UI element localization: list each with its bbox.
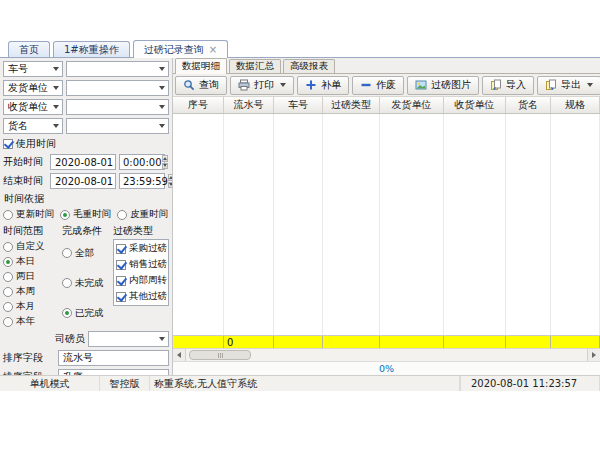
checkbox-internal-transfer[interactable]: 内部周转: [116, 274, 167, 287]
checkbox-purchase-weigh[interactable]: 采购过磅: [116, 242, 167, 255]
checkbox-icon: [116, 260, 126, 270]
sort-field-input[interactable]: 流水号: [58, 350, 169, 366]
radio-icon: [62, 248, 72, 258]
export-icon: [545, 79, 557, 91]
start-time-label: 开始时间: [3, 155, 47, 169]
filter-field-select-receiver[interactable]: 收货单位: [3, 99, 63, 115]
column-header-spec[interactable]: 规格: [551, 97, 600, 113]
grid-body-empty: [173, 114, 600, 335]
weigh-type-list: 采购过磅 销售过磅 内部周转 其他过磅: [113, 239, 169, 306]
close-tab-icon[interactable]: ×: [209, 44, 217, 55]
scrollbar-thumb[interactable]: [189, 350, 251, 360]
time-basis-label: 时间依据: [4, 192, 169, 206]
chevron-down-icon: [53, 86, 59, 90]
radio-tare-time[interactable]: 皮重时间: [117, 208, 168, 221]
filter-value-select-goods[interactable]: [66, 118, 169, 134]
filter-row-shipper: 发货单位: [3, 80, 169, 96]
column-header-shipper[interactable]: 发货单位: [380, 97, 444, 113]
tab-advanced-report[interactable]: 高级报表: [283, 59, 335, 73]
radio-completed[interactable]: 已完成: [62, 307, 110, 320]
tab-data-summary[interactable]: 数据汇总: [229, 59, 281, 73]
end-time-value: 23:59:59: [123, 176, 168, 187]
filter-field-select-goods[interactable]: 货名: [3, 118, 63, 134]
radio-icon: [3, 287, 13, 297]
start-date-picker[interactable]: 2020-08-01: [50, 154, 116, 170]
column-header-serial[interactable]: 流水号: [224, 97, 274, 113]
tab-weigh-operation[interactable]: 1#称重操作: [53, 41, 130, 57]
summary-row: 0: [173, 335, 600, 348]
spin-down-icon: [163, 164, 167, 167]
radio-update-time[interactable]: 更新时间: [3, 208, 54, 221]
radio-this-year[interactable]: 本年: [3, 315, 59, 328]
filter-field-label: 收货单位: [8, 100, 48, 114]
chevron-down-icon: [159, 105, 165, 109]
radio-gross-time[interactable]: 毛重时间: [60, 208, 111, 221]
filter-value-select-receiver[interactable]: [66, 99, 169, 115]
radio-today[interactable]: 本日: [3, 255, 59, 268]
column-header-goods[interactable]: 货名: [506, 97, 551, 113]
radio-icon: [3, 302, 13, 312]
horizontal-scrollbar[interactable]: [173, 348, 600, 361]
progress-percent: 0%: [379, 363, 394, 374]
tab-home[interactable]: 首页: [8, 41, 50, 57]
use-time-checkbox[interactable]: [3, 139, 13, 149]
supplement-order-button[interactable]: 补单: [297, 76, 349, 95]
filter-field-select-shipper[interactable]: 发货单位: [3, 80, 63, 96]
filter-field-select-vehicle[interactable]: 车号: [3, 61, 63, 77]
radio-icon: [3, 317, 13, 327]
print-button[interactable]: 打印: [230, 76, 294, 95]
chevron-down-icon: [159, 124, 165, 128]
arrow-left-icon: [177, 352, 181, 358]
radio-icon: [62, 308, 72, 318]
main-tab-bar: 首页 1#称重操作 过磅记录查询 ×: [0, 40, 600, 58]
weigher-select[interactable]: [88, 331, 169, 347]
checkbox-other-weigh[interactable]: 其他过磅: [116, 290, 167, 303]
column-header-receiver[interactable]: 收货单位: [444, 97, 506, 113]
filter-value-select-shipper[interactable]: [66, 80, 169, 96]
spinner-buttons[interactable]: [162, 155, 168, 169]
scroll-left-button[interactable]: [173, 349, 186, 361]
filter-row-goods: 货名: [3, 118, 169, 134]
column-header-weigh-type[interactable]: 过磅类型: [323, 97, 380, 113]
scroll-right-button[interactable]: [587, 349, 600, 361]
radio-this-month[interactable]: 本月: [3, 300, 59, 313]
checkbox-icon: [116, 276, 126, 286]
complete-status-label: 完成条件: [62, 224, 110, 238]
radio-all[interactable]: 全部: [62, 247, 110, 260]
filter-field-label: 货名: [8, 119, 28, 133]
chevron-down-icon: [159, 337, 165, 341]
end-time-spinner[interactable]: 23:59:59: [119, 173, 165, 189]
chevron-down-icon: [53, 67, 59, 71]
tab-data-detail[interactable]: 数据明细: [175, 58, 227, 74]
checkbox-sale-weigh[interactable]: 销售过磅: [116, 258, 167, 271]
data-panel: 数据明细 数据汇总 高级报表 查询 打印: [173, 58, 600, 375]
chevron-down-icon: [587, 83, 593, 87]
export-button[interactable]: 导出: [537, 76, 600, 95]
status-edition: 智控版: [100, 376, 150, 391]
void-button[interactable]: 作废: [352, 76, 404, 95]
start-time-spinner[interactable]: 0:00:00: [119, 154, 165, 170]
status-bar: 单机模式 智控版 称重系统,无人值守系统 2020-08-01 11:23:57: [0, 375, 600, 391]
query-button[interactable]: 查询: [175, 76, 227, 95]
summary-count: 0: [224, 336, 274, 348]
radio-custom-range[interactable]: 自定义: [3, 240, 59, 253]
calendar-icon: [115, 158, 116, 167]
filter-row-vehicle: 车号: [3, 61, 169, 77]
filter-value-select-vehicle[interactable]: [66, 61, 169, 77]
radio-this-week[interactable]: 本周: [3, 285, 59, 298]
end-date-picker[interactable]: 2020-08-01: [50, 173, 116, 189]
radio-two-days[interactable]: 两日: [3, 270, 59, 283]
radio-incomplete[interactable]: 未完成: [62, 277, 110, 290]
time-range-group: 时间范围 自定义 本日 两日 本周 本月 本年: [3, 224, 59, 328]
data-tab-bar: 数据明细 数据汇总 高级报表: [173, 58, 600, 74]
column-header-seq[interactable]: 序号: [173, 97, 224, 113]
end-time-row: 结束时间 2020-08-01 23:59:59: [3, 173, 169, 189]
end-date-value: 2020-08-01: [55, 176, 113, 187]
weigh-type-group: 过磅类型 采购过磅 销售过磅 内部周转 其他过磅: [113, 224, 169, 328]
sort-field-label: 排序字段: [3, 351, 55, 365]
plus-icon: [305, 79, 317, 91]
tab-weigh-record-query[interactable]: 过磅记录查询 ×: [133, 40, 228, 58]
import-button[interactable]: 导入: [482, 76, 534, 95]
weigh-photo-button[interactable]: 过磅图片: [407, 76, 479, 95]
column-header-vehicle[interactable]: 车号: [274, 97, 323, 113]
